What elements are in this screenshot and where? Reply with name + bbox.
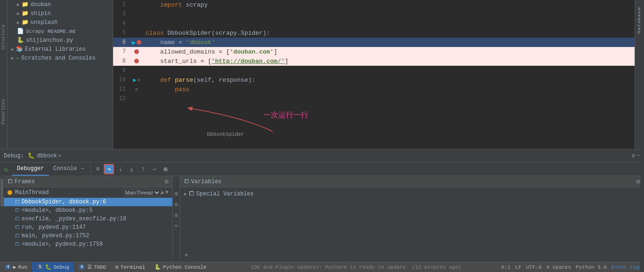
rerun-button[interactable]: ↻: [1, 164, 11, 174]
terminal-tab-button[interactable]: ⊟ Terminal: [111, 262, 150, 272]
structure-label[interactable]: Structure: [0, 23, 7, 52]
frame-icon: ⧠: [15, 233, 20, 239]
python-console-tab-label: Python Console: [163, 264, 206, 270]
frame-item-6[interactable]: ⧠ <module>, pydevd.py:1758: [4, 240, 172, 249]
frames-pin-button[interactable]: ⊞: [165, 178, 169, 186]
python-console-tab-button[interactable]: 🐍 Python Console: [150, 262, 211, 272]
terminal-tab-label: Terminal: [121, 264, 146, 270]
tab-debugger[interactable]: Debugger: [12, 163, 49, 176]
close-session-icon[interactable]: ✕: [58, 152, 61, 159]
scroll-thumb[interactable]: [0, 178, 3, 206]
sidebar-item-unsplash[interactable]: ▶ 📁 unsplash: [8, 18, 113, 27]
code-line-8: 8 start_urls = ['http://douban.com/']: [113, 56, 635, 66]
thread-selector[interactable]: MainThread: [123, 189, 161, 196]
bottom-bar: 4 ▶ Run 5 🐛 Debug 6 ☰ TODO ⊟ Terminal 🐍 …: [0, 262, 644, 272]
variables-list[interactable]: ▶ ⧠ Special Variables: [180, 187, 644, 249]
variables-pin-button[interactable]: ⊞: [636, 178, 640, 186]
debug-tab-icon: 🐛: [45, 264, 52, 270]
annotation-area: 一次运行一行 DbbookSpider: [113, 103, 635, 141]
sidebar-label: douban: [31, 1, 51, 8]
line-number: 4: [113, 20, 130, 27]
evaluate-icon: ⊞: [163, 165, 167, 173]
run-tab-label: Run: [18, 264, 28, 270]
event-log-link[interactable]: Event Log: [612, 264, 639, 270]
tab-console-label: Console →: [54, 165, 84, 172]
sidebar-item-douban[interactable]: ▶ 📁 douban: [8, 0, 113, 9]
variables-icon: ⧠: [184, 179, 189, 185]
line-gutter: ▶: [130, 39, 144, 47]
line-content: import scrapy: [144, 1, 635, 8]
frame-label: run, pydevd.py:1147: [22, 224, 169, 231]
todo-tab-button[interactable]: 6 ☰ TODO: [74, 262, 110, 272]
frame-item-3[interactable]: ⧠ execfile, _pydev_execfile.py:18: [4, 215, 172, 223]
frames-title: Frames: [15, 179, 35, 185]
step-into-my-button[interactable]: ⇓: [126, 164, 137, 174]
frame-item-2[interactable]: ⧠ <module>, dbbook.py:5: [4, 206, 172, 215]
code-editor[interactable]: 2 import scrapy 3 4: [113, 0, 635, 149]
sidebar-item-shijianchuo[interactable]: 🐍 shijianchuo.py: [8, 36, 113, 45]
code-line-7: 7 allowed_domains = ['douban.com']: [113, 47, 635, 56]
arrow-icon: ▶: [17, 20, 20, 25]
show-exec-icon: ≡: [96, 166, 100, 172]
evaluate-button[interactable]: ⊞: [160, 164, 170, 174]
show-execution-point-button[interactable]: ≡: [92, 164, 103, 174]
run-tab-button[interactable]: 4 ▶ Run: [0, 262, 32, 272]
line-number: 8: [113, 58, 130, 64]
debug-header: Debug: 🐛 dbbook ✕ ⚙ —: [0, 149, 644, 163]
variables-title: Variables: [191, 179, 222, 185]
line-gutter: [130, 49, 144, 54]
step-over-button[interactable]: ↷: [104, 164, 114, 174]
step-out-icon: ↑: [141, 165, 145, 173]
sidebar-item-shipin[interactable]: ▶ 📁 shipin: [8, 9, 113, 18]
debug-panel: Debug: 🐛 dbbook ✕ ⚙ — ↻ Debugger Console…: [0, 149, 644, 262]
line-content: class DbbookSpider(scrapy.Spider):: [144, 30, 635, 37]
settings-2-icon[interactable]: ⚙: [175, 212, 178, 219]
var-name: Special Variables: [196, 191, 253, 197]
sidebar-item-external-libs[interactable]: ▶ 📚 External Libraries: [8, 45, 113, 54]
copy-button[interactable]: ⊞: [173, 192, 180, 195]
thread-up-button[interactable]: ▲: [161, 189, 164, 196]
sidebar-item-scrapy-readme[interactable]: 📄 Scrapy README.md: [8, 27, 113, 36]
debug-toolbar: ≡ ↷ ↓ ⇓ ↑ → ⊞: [90, 164, 170, 174]
chain-icon[interactable]: ∞: [175, 223, 178, 229]
minimize-icon[interactable]: —: [637, 152, 640, 159]
step-into-icon: ↓: [118, 165, 122, 173]
step-into-button[interactable]: ↓: [115, 164, 125, 174]
thread-down-button[interactable]: ▼: [165, 189, 169, 196]
libs-icon: 📚: [16, 46, 23, 53]
sidebar-label: shijianchuo.py: [26, 37, 73, 44]
add-var-button[interactable]: +: [184, 251, 189, 260]
debug-tab-num: 5: [37, 264, 43, 270]
arrow-icon: ▶: [11, 55, 14, 61]
favorites-label[interactable]: Favorites: [0, 97, 7, 126]
var-item-special[interactable]: ▶ ⧠ Special Variables: [182, 189, 642, 198]
filter-button[interactable]: ⊟: [175, 201, 178, 208]
frames-list[interactable]: MainThread MainThread ▲ ▼ ⧠ DbbookSpider…: [4, 187, 172, 262]
step-out-button[interactable]: ↑: [138, 164, 148, 174]
line-content: name = 'dbbook': [144, 39, 635, 46]
settings-icon[interactable]: ⚙: [632, 152, 635, 159]
frame-label: execfile, _pydev_execfile.py:18: [22, 216, 169, 222]
run-tab-num: 4: [5, 264, 11, 270]
run-to-cursor-button[interactable]: →: [149, 164, 159, 174]
thread-mainthread[interactable]: MainThread MainThread ▲ ▼: [4, 187, 172, 198]
todo-tab-num: 6: [78, 264, 85, 270]
line-number: 9: [113, 67, 130, 74]
line-content: def parse(self, response):: [144, 77, 635, 84]
tab-console[interactable]: Console →: [49, 163, 89, 176]
annotation-label: DbbookSpider: [207, 132, 244, 137]
breakpoint-dot[interactable]: [134, 49, 139, 54]
code-line-6[interactable]: 6 ▶ name = 'dbbook': [113, 38, 635, 47]
breakpoint-dot[interactable]: [134, 59, 139, 63]
tab-debugger-label: Debugger: [17, 165, 44, 172]
debug-arrow-icon: ▶: [132, 39, 136, 47]
frame-item-1[interactable]: ⧠ DbbookSpider, dbbook.py:6: [4, 198, 172, 206]
todo-tab-label: TODO: [94, 264, 106, 270]
breakpoint-dot[interactable]: [137, 40, 141, 45]
frame-item-4[interactable]: ⧠ run, pydevd.py:1147: [4, 223, 172, 232]
line-number: 5: [113, 30, 130, 36]
sidebar-item-scratches[interactable]: ▶ ✏️ Scratches and Consoles: [8, 54, 113, 62]
frame-icon: ⧠: [15, 208, 20, 213]
frame-item-5[interactable]: ⧠ main, pydevd.py:1752: [4, 232, 172, 240]
debug-tab-button[interactable]: 5 🐛 Debug: [32, 262, 74, 272]
